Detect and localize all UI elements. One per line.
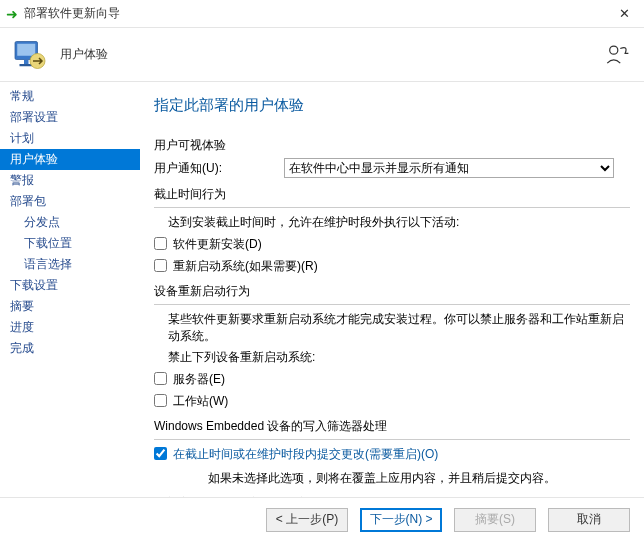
prev-button[interactable]: < 上一步(P) [266,508,348,532]
sidebar-item-package[interactable]: 部署包 [0,191,140,212]
sidebar-item-schedule[interactable]: 计划 [0,128,140,149]
svg-rect-2 [24,59,29,64]
cb-commit-changes-label: 在截止时间或在维护时段内提交更改(需要重启)(O) [173,446,438,463]
next-button[interactable]: 下一步(N) > [360,508,442,532]
wizard-arrow-icon: ➜ [6,6,18,22]
cb-server[interactable] [154,372,167,385]
user-notify-label: 用户通知(U): [154,160,284,177]
sidebar-item-summary[interactable]: 摘要 [0,296,140,317]
sidebar-item-deploy-settings[interactable]: 部署设置 [0,107,140,128]
wizard-logo-icon [12,37,48,73]
sidebar-item-general[interactable]: 常规 [0,86,140,107]
section-embedded-label: Windows Embedded 设备的写入筛选器处理 [154,418,630,435]
sidebar-item-complete[interactable]: 完成 [0,338,140,359]
window-title: 部署软件更新向导 [24,5,604,22]
cb-workstation[interactable] [154,394,167,407]
deadline-desc: 达到安装截止时间时，允许在维护时段外执行以下活动: [168,214,630,231]
cancel-button[interactable]: 取消 [548,508,630,532]
cb-software-install[interactable] [154,237,167,250]
window-close-button[interactable]: ✕ [604,0,644,28]
sidebar-item-language[interactable]: 语言选择 [0,254,140,275]
divider [154,439,630,440]
sidebar-item-download-location[interactable]: 下载位置 [0,233,140,254]
sidebar-item-progress[interactable]: 进度 [0,317,140,338]
sidebar-item-user-experience[interactable]: 用户体验 [0,149,140,170]
cb-system-restart-label: 重新启动系统(如果需要)(R) [173,258,318,275]
cb-software-install-label: 软件更新安装(D) [173,236,262,253]
wizard-header: 用户体验 [0,28,644,82]
wizard-content: 指定此部署的用户体验 用户可视体验 用户通知(U): 在软件中心中显示并显示所有… [140,82,644,497]
wizard-sidebar: 常规 部署设置 计划 用户体验 警报 部署包 分发点 下载位置 语言选择 下载设… [0,82,140,497]
sidebar-item-distribution-points[interactable]: 分发点 [0,212,140,233]
section-user-visual-label: 用户可视体验 [154,137,630,154]
sidebar-item-download-settings[interactable]: 下载设置 [0,275,140,296]
suppress-label: 禁止下列设备重新启动系统: [168,349,630,366]
cb-system-restart[interactable] [154,259,167,272]
divider [154,207,630,208]
sidebar-item-alerts[interactable]: 警报 [0,170,140,191]
section-reeval-label: 重新启动时软件更新部署重新评估行为 [154,495,630,497]
user-notify-select[interactable]: 在软件中心中显示并显示所有通知 [284,158,614,178]
wizard-body: 常规 部署设置 计划 用户体验 警报 部署包 分发点 下载位置 语言选择 下载设… [0,82,644,497]
section-deadline-label: 截止时间行为 [154,186,630,203]
help-person-icon[interactable] [604,42,630,68]
embedded-note: 如果未选择此选项，则将在覆盖上应用内容，并且稍后提交内容。 [208,468,630,487]
summary-button[interactable]: 摘要(S) [454,508,536,532]
cb-server-label: 服务器(E) [173,371,225,388]
cb-commit-changes[interactable] [154,447,167,460]
section-restart-label: 设备重新启动行为 [154,283,630,300]
svg-point-5 [610,46,618,54]
svg-rect-1 [17,43,35,55]
title-bar: ➜ 部署软件更新向导 ✕ [0,0,644,28]
cb-workstation-label: 工作站(W) [173,393,228,410]
page-title: 用户体验 [60,46,108,63]
restart-desc: 某些软件更新要求重新启动系统才能完成安装过程。你可以禁止服务器和工作站重新启动系… [168,311,630,345]
content-heading: 指定此部署的用户体验 [154,96,630,115]
divider [154,304,630,305]
wizard-footer: < 上一步(P) 下一步(N) > 摘要(S) 取消 [0,497,644,541]
